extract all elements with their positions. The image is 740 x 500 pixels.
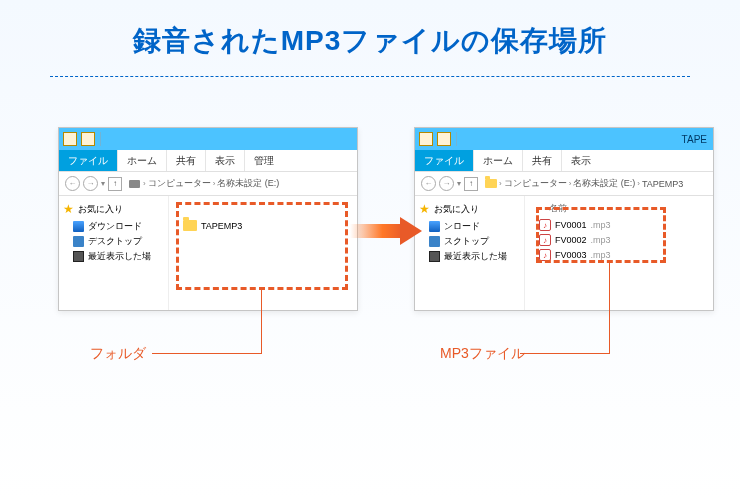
tab-file[interactable]: ファイル xyxy=(415,150,474,171)
download-icon xyxy=(73,221,84,232)
tab-home[interactable]: ホーム xyxy=(118,150,167,171)
sidebar-item-label: ダウンロード xyxy=(88,220,142,233)
sidebar-fav-label: お気に入り xyxy=(78,203,123,216)
window-body: ★ お気に入り ンロード スクトップ 最近表示した場 名前 FV00 xyxy=(415,196,713,310)
tab-view[interactable]: 表示 xyxy=(206,150,245,171)
nav-bar: ← → ▾ ↑ › コンピューター › 名称未設定 (E:) › TAPEMP3 xyxy=(415,172,713,196)
nav-up-button[interactable]: ↑ xyxy=(108,177,122,191)
sidebar-item-label: 最近表示した場 xyxy=(88,250,151,263)
ribbon-tabs: ファイル ホーム 共有 表示 管理 xyxy=(59,150,357,172)
sidebar: ★ お気に入り ダウンロード デスクトップ 最近表示した場 xyxy=(59,196,169,310)
tab-file[interactable]: ファイル xyxy=(59,150,118,171)
sidebar-item-label: デスクトップ xyxy=(88,235,142,248)
mp3-icon xyxy=(539,219,551,231)
title-underline xyxy=(50,76,690,77)
recent-icon xyxy=(73,251,84,262)
nav-forward-button[interactable]: → xyxy=(83,176,98,191)
nav-up-button[interactable]: ↑ xyxy=(464,177,478,191)
file-name: FV0001 xyxy=(555,220,587,230)
desktop-icon xyxy=(73,236,84,247)
folder-name: TAPEMP3 xyxy=(201,221,242,231)
folder-icon xyxy=(183,220,197,231)
chevron-right-icon: › xyxy=(143,179,146,188)
sidebar-item-desktop[interactable]: デスクトップ xyxy=(73,235,164,248)
sidebar: ★ お気に入り ンロード スクトップ 最近表示した場 xyxy=(415,196,525,310)
chevron-down-icon[interactable]: ▾ xyxy=(457,179,461,188)
chevron-down-icon[interactable]: ▾ xyxy=(101,179,105,188)
window-titlebar[interactable]: TAPE xyxy=(415,128,713,150)
explorer-window-right: TAPE ファイル ホーム 共有 表示 ← → ▾ ↑ › コンピューター › … xyxy=(414,127,714,311)
sidebar-item-recent[interactable]: 最近表示した場 xyxy=(73,250,164,263)
folder-icon xyxy=(419,132,433,146)
crumb-computer[interactable]: コンピューター xyxy=(504,177,567,190)
leader-line xyxy=(152,353,262,354)
leader-line xyxy=(261,290,262,353)
chevron-right-icon: › xyxy=(569,179,572,188)
caption-folder: フォルダ xyxy=(90,345,146,363)
chevron-right-icon: › xyxy=(499,179,502,188)
nav-back-button[interactable]: ← xyxy=(65,176,80,191)
folder-item[interactable]: TAPEMP3 xyxy=(183,220,351,231)
separator xyxy=(100,132,101,146)
crumb-drive[interactable]: 名称未設定 (E:) xyxy=(217,177,279,190)
sidebar-item-label: スクトップ xyxy=(444,235,489,248)
window-title: TAPE xyxy=(682,134,709,145)
window-body: ★ お気に入り ダウンロード デスクトップ 最近表示した場 xyxy=(59,196,357,310)
file-pane[interactable]: TAPEMP3 xyxy=(169,196,357,310)
nav-bar: ← → ▾ ↑ › コンピューター › 名称未設定 (E:) xyxy=(59,172,357,196)
nav-back-button[interactable]: ← xyxy=(421,176,436,191)
breadcrumb[interactable]: › コンピューター › 名称未設定 (E:) › TAPEMP3 xyxy=(485,177,683,190)
file-item[interactable]: FV0003.mp3 xyxy=(539,249,707,261)
caption-mp3: MP3ファイル xyxy=(440,345,525,363)
sidebar-item-downloads[interactable]: ンロード xyxy=(429,220,520,233)
tab-share[interactable]: 共有 xyxy=(167,150,206,171)
desktop-icon xyxy=(429,236,440,247)
sidebar-item-recent[interactable]: 最近表示した場 xyxy=(429,250,520,263)
breadcrumb[interactable]: › コンピューター › 名称未設定 (E:) xyxy=(129,177,279,190)
ribbon-tabs: ファイル ホーム 共有 表示 xyxy=(415,150,713,172)
page-title: 録音されたMP3ファイルの保存場所 xyxy=(0,0,740,60)
arrow-right-icon xyxy=(350,217,424,245)
window-titlebar[interactable] xyxy=(59,128,357,150)
crumb-computer[interactable]: コンピューター xyxy=(148,177,211,190)
file-name: FV0002 xyxy=(555,235,587,245)
star-icon: ★ xyxy=(419,202,430,216)
crumb-drive[interactable]: 名称未設定 (E:) xyxy=(573,177,635,190)
file-pane[interactable]: 名前 FV0001.mp3FV0002.mp3FV0003.mp3 xyxy=(525,196,713,310)
sidebar-item-label: ンロード xyxy=(444,220,480,233)
quick-access-icon[interactable] xyxy=(81,132,95,146)
sidebar-favorites[interactable]: ★ お気に入り xyxy=(419,202,520,216)
file-ext: .mp3 xyxy=(591,220,611,230)
folder-icon xyxy=(485,179,497,188)
tab-manage[interactable]: 管理 xyxy=(245,150,283,171)
file-item[interactable]: FV0002.mp3 xyxy=(539,234,707,246)
chevron-right-icon: › xyxy=(213,179,216,188)
mp3-icon xyxy=(539,249,551,261)
star-icon: ★ xyxy=(63,202,74,216)
nav-forward-button[interactable]: → xyxy=(439,176,454,191)
drive-icon xyxy=(129,180,140,188)
tab-share[interactable]: 共有 xyxy=(523,150,562,171)
file-ext: .mp3 xyxy=(591,250,611,260)
tab-view[interactable]: 表示 xyxy=(562,150,600,171)
recent-icon xyxy=(429,251,440,262)
tab-home[interactable]: ホーム xyxy=(474,150,523,171)
separator xyxy=(456,132,457,146)
file-ext: .mp3 xyxy=(591,235,611,245)
sidebar-item-desktop[interactable]: スクトップ xyxy=(429,235,520,248)
file-name: FV0003 xyxy=(555,250,587,260)
stage: ファイル ホーム 共有 表示 管理 ← → ▾ ↑ › コンピューター › 名称… xyxy=(0,127,740,487)
download-icon xyxy=(429,221,440,232)
folder-icon xyxy=(63,132,77,146)
column-header-name[interactable]: 名前 xyxy=(549,202,707,215)
mp3-icon xyxy=(539,234,551,246)
quick-access-icon[interactable] xyxy=(437,132,451,146)
sidebar-item-downloads[interactable]: ダウンロード xyxy=(73,220,164,233)
leader-line xyxy=(609,263,610,353)
chevron-right-icon: › xyxy=(637,179,640,188)
sidebar-fav-label: お気に入り xyxy=(434,203,479,216)
sidebar-favorites[interactable]: ★ お気に入り xyxy=(63,202,164,216)
file-item[interactable]: FV0001.mp3 xyxy=(539,219,707,231)
crumb-folder[interactable]: TAPEMP3 xyxy=(642,179,683,189)
sidebar-item-label: 最近表示した場 xyxy=(444,250,507,263)
